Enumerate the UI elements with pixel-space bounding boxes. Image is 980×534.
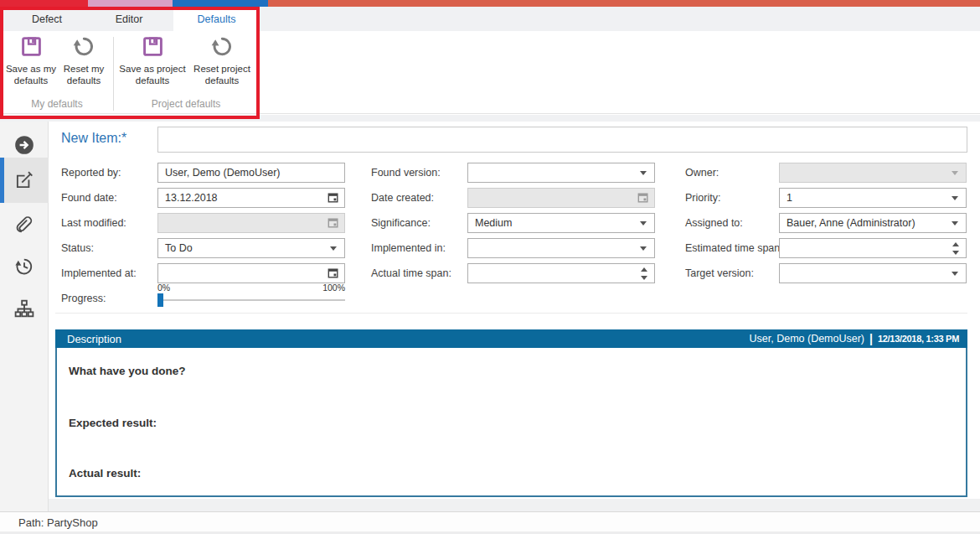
arrow-circle-icon xyxy=(13,134,35,156)
date-created-field xyxy=(467,188,655,208)
reset-my-defaults-button[interactable]: Reset my defaults xyxy=(59,35,109,86)
ribbon-body: Save as my defaults Reset my defaults Sa… xyxy=(0,31,980,114)
reset-project-defaults-button[interactable]: Reset project defaults xyxy=(189,35,255,86)
ribbon-group-divider xyxy=(113,37,114,111)
tab-defaults[interactable]: Defaults xyxy=(173,7,260,31)
calendar-icon[interactable] xyxy=(328,192,339,204)
history-icon xyxy=(13,256,35,277)
description-author: User, Demo (DemoUser) xyxy=(750,333,865,345)
label-estimated-time-span: Estimated time span: xyxy=(685,238,783,258)
chevron-down-icon[interactable] xyxy=(330,246,337,251)
label-date-created: Date created: xyxy=(371,188,434,208)
save-as-my-defaults-button[interactable]: Save as my defaults xyxy=(5,35,57,86)
label-significance: Significance: xyxy=(371,213,431,233)
description-meta: User, Demo (DemoUser) | 12/13/2018, 1:33… xyxy=(750,332,960,345)
paperclip-icon xyxy=(13,214,35,236)
spinner-icon[interactable] xyxy=(952,241,960,256)
chevron-down-icon[interactable] xyxy=(952,196,958,200)
estimated-time-span-spinner[interactable] xyxy=(779,238,967,258)
tab-editor[interactable]: Editor xyxy=(87,7,171,31)
calendar-icon[interactable] xyxy=(328,267,339,279)
progress-min-label: 0% xyxy=(157,283,170,293)
chevron-down-icon[interactable] xyxy=(640,221,647,226)
progress-track[interactable] xyxy=(157,299,345,301)
reset-icon xyxy=(73,35,95,58)
active-indicator xyxy=(0,158,4,203)
chevron-down-icon[interactable] xyxy=(952,272,958,276)
button-label: defaults xyxy=(14,75,48,86)
description-prompt: Actual result: xyxy=(69,467,141,480)
status-bar: Path: PartyShop xyxy=(0,511,980,534)
chevron-down-icon xyxy=(952,171,958,175)
label-target-version: Target version: xyxy=(685,263,754,283)
tab-defect[interactable]: Defect xyxy=(7,7,87,31)
label-priority: Priority: xyxy=(685,188,720,208)
description-timestamp: 12/13/2018, 1:33 PM xyxy=(878,334,959,344)
new-item-input[interactable] xyxy=(157,127,967,153)
label-reported-by: Reported by: xyxy=(61,163,121,183)
assigned-to-dropdown[interactable]: Bauer, Anne (Administrator) xyxy=(779,213,967,233)
description-editor[interactable]: What have you done? Expected result: Act… xyxy=(55,348,967,497)
label-status: Status: xyxy=(61,238,94,258)
progress-handle[interactable] xyxy=(157,293,163,307)
status-path: Path: PartyShop xyxy=(18,516,98,529)
description-header: Description User, Demo (DemoUser) | 12/1… xyxy=(55,329,967,348)
chevron-down-icon[interactable] xyxy=(640,246,647,251)
ribbon-tab-row: Defect Editor Defaults xyxy=(0,7,980,31)
found-date-value: 13.12.2018 xyxy=(165,192,218,204)
chevron-down-icon[interactable] xyxy=(640,171,647,175)
button-label: defaults xyxy=(67,75,101,86)
group-label-my-defaults: My defaults xyxy=(5,98,109,110)
description-prompt: Expected result: xyxy=(69,417,157,429)
defect-editor-window: Defect Editor Defaults Save as my defaul… xyxy=(0,0,980,534)
assigned-to-value: Bauer, Anne (Administrator) xyxy=(787,217,916,229)
priority-dropdown[interactable]: 1 xyxy=(779,188,967,208)
sidebar-item-edit[interactable] xyxy=(0,158,49,203)
strip-pink xyxy=(88,0,173,7)
button-label: Reset my xyxy=(64,63,105,75)
label-implemented-in: Implemented in: xyxy=(371,238,446,258)
calendar-icon xyxy=(637,192,649,204)
label-found-date: Found date: xyxy=(61,188,117,208)
implemented-in-dropdown[interactable] xyxy=(467,238,655,258)
significance-dropdown[interactable]: Medium xyxy=(467,213,655,233)
sidebar-item-hierarchy[interactable] xyxy=(0,288,49,329)
status-dropdown[interactable]: To Do xyxy=(157,238,345,258)
label-owner: Owner: xyxy=(685,163,719,183)
significance-value: Medium xyxy=(475,217,512,229)
actual-time-span-spinner[interactable] xyxy=(467,263,655,283)
chevron-down-icon[interactable] xyxy=(952,221,958,226)
label-last-modified: Last modified: xyxy=(61,213,126,233)
save-icon xyxy=(20,35,43,58)
sidebar-item-history[interactable] xyxy=(0,246,49,287)
label-assigned-to: Assigned to: xyxy=(685,213,743,233)
progress-max-label: 100% xyxy=(295,283,345,293)
pane-lower-margin xyxy=(49,499,980,511)
found-date-field[interactable]: 13.12.2018 xyxy=(157,188,345,208)
owner-dropdown xyxy=(779,163,967,183)
button-label: Reset project xyxy=(193,63,250,75)
found-version-dropdown[interactable] xyxy=(467,163,655,183)
ribbon-bottom-strip xyxy=(0,115,980,122)
spinner-icon[interactable] xyxy=(641,267,648,281)
reset-icon xyxy=(211,35,234,58)
target-version-dropdown[interactable] xyxy=(779,263,967,283)
label-implemented-at: Implemented at: xyxy=(61,263,137,283)
button-label: defaults xyxy=(136,75,169,86)
save-as-project-defaults-button[interactable]: Save as project defaults xyxy=(117,35,188,86)
section-divider xyxy=(55,313,967,314)
strip-tomato xyxy=(268,0,980,7)
edit-icon xyxy=(13,169,35,191)
group-label-project-defaults: Project defaults xyxy=(117,98,255,110)
reported-by-field[interactable]: User, Demo (DemoUser) xyxy=(157,163,345,183)
strip-red xyxy=(0,0,88,7)
last-modified-field xyxy=(157,213,345,233)
implemented-at-field[interactable] xyxy=(157,263,345,283)
window-color-strip xyxy=(0,0,980,7)
sidebar-item-attachments[interactable] xyxy=(0,205,49,245)
save-icon xyxy=(142,35,164,58)
description-prompt: What have you done? xyxy=(69,365,186,377)
priority-value: 1 xyxy=(787,192,792,204)
sidebar-item-navigate[interactable] xyxy=(0,128,49,162)
strip-blue xyxy=(173,0,268,7)
